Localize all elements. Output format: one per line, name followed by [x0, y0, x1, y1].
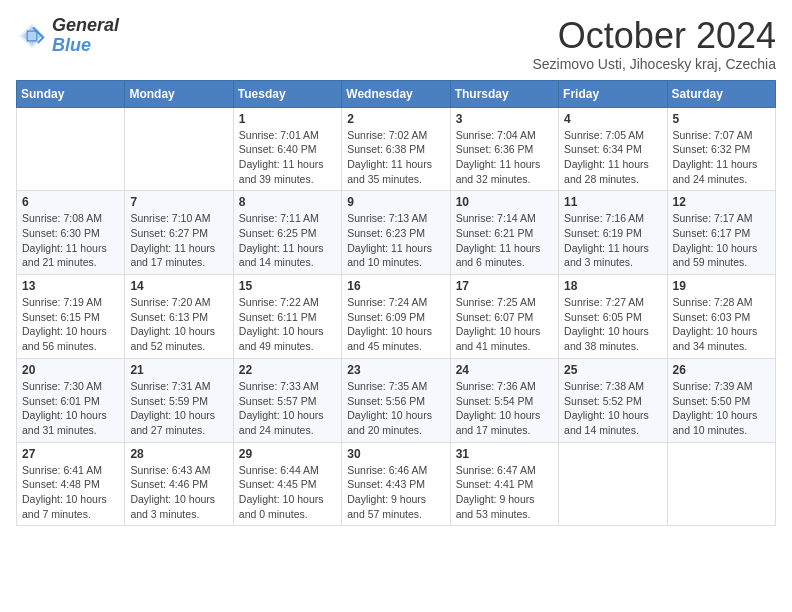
calendar-cell: 12Sunrise: 7:17 AM Sunset: 6:17 PM Dayli…: [667, 191, 775, 275]
day-number: 17: [456, 279, 553, 293]
day-info: Sunrise: 7:35 AM Sunset: 5:56 PM Dayligh…: [347, 379, 444, 438]
calendar-cell: 10Sunrise: 7:14 AM Sunset: 6:21 PM Dayli…: [450, 191, 558, 275]
calendar-cell: 19Sunrise: 7:28 AM Sunset: 6:03 PM Dayli…: [667, 275, 775, 359]
day-number: 26: [673, 363, 770, 377]
day-number: 8: [239, 195, 336, 209]
day-info: Sunrise: 7:05 AM Sunset: 6:34 PM Dayligh…: [564, 128, 661, 187]
day-info: Sunrise: 6:41 AM Sunset: 4:48 PM Dayligh…: [22, 463, 119, 522]
weekday-header-tuesday: Tuesday: [233, 80, 341, 107]
calendar-cell: 17Sunrise: 7:25 AM Sunset: 6:07 PM Dayli…: [450, 275, 558, 359]
day-info: Sunrise: 7:07 AM Sunset: 6:32 PM Dayligh…: [673, 128, 770, 187]
calendar-cell: 13Sunrise: 7:19 AM Sunset: 6:15 PM Dayli…: [17, 275, 125, 359]
calendar-cell: 18Sunrise: 7:27 AM Sunset: 6:05 PM Dayli…: [559, 275, 667, 359]
calendar-cell: 14Sunrise: 7:20 AM Sunset: 6:13 PM Dayli…: [125, 275, 233, 359]
calendar-cell: 3Sunrise: 7:04 AM Sunset: 6:36 PM Daylig…: [450, 107, 558, 191]
day-number: 7: [130, 195, 227, 209]
day-info: Sunrise: 7:08 AM Sunset: 6:30 PM Dayligh…: [22, 211, 119, 270]
day-info: Sunrise: 7:22 AM Sunset: 6:11 PM Dayligh…: [239, 295, 336, 354]
day-number: 10: [456, 195, 553, 209]
calendar-cell: [559, 442, 667, 526]
day-number: 21: [130, 363, 227, 377]
day-number: 16: [347, 279, 444, 293]
day-info: Sunrise: 7:25 AM Sunset: 6:07 PM Dayligh…: [456, 295, 553, 354]
logo: General Blue: [16, 16, 119, 56]
day-number: 29: [239, 447, 336, 461]
day-number: 5: [673, 112, 770, 126]
day-number: 4: [564, 112, 661, 126]
calendar-cell: 22Sunrise: 7:33 AM Sunset: 5:57 PM Dayli…: [233, 358, 341, 442]
calendar-cell: [17, 107, 125, 191]
day-info: Sunrise: 7:27 AM Sunset: 6:05 PM Dayligh…: [564, 295, 661, 354]
day-number: 9: [347, 195, 444, 209]
month-title: October 2024: [532, 16, 776, 56]
day-number: 30: [347, 447, 444, 461]
day-number: 23: [347, 363, 444, 377]
calendar-cell: [667, 442, 775, 526]
title-block: October 2024 Sezimovo Usti, Jihocesky kr…: [532, 16, 776, 72]
day-info: Sunrise: 7:01 AM Sunset: 6:40 PM Dayligh…: [239, 128, 336, 187]
weekday-header-friday: Friday: [559, 80, 667, 107]
calendar-cell: 15Sunrise: 7:22 AM Sunset: 6:11 PM Dayli…: [233, 275, 341, 359]
calendar-cell: 7Sunrise: 7:10 AM Sunset: 6:27 PM Daylig…: [125, 191, 233, 275]
page-header: General Blue October 2024 Sezimovo Usti,…: [16, 16, 776, 72]
weekday-header-sunday: Sunday: [17, 80, 125, 107]
day-number: 1: [239, 112, 336, 126]
day-info: Sunrise: 7:13 AM Sunset: 6:23 PM Dayligh…: [347, 211, 444, 270]
day-number: 13: [22, 279, 119, 293]
calendar-cell: 28Sunrise: 6:43 AM Sunset: 4:46 PM Dayli…: [125, 442, 233, 526]
logo-general: General: [52, 16, 119, 36]
day-number: 20: [22, 363, 119, 377]
calendar-cell: 23Sunrise: 7:35 AM Sunset: 5:56 PM Dayli…: [342, 358, 450, 442]
day-info: Sunrise: 7:04 AM Sunset: 6:36 PM Dayligh…: [456, 128, 553, 187]
day-number: 19: [673, 279, 770, 293]
day-info: Sunrise: 7:30 AM Sunset: 6:01 PM Dayligh…: [22, 379, 119, 438]
day-number: 28: [130, 447, 227, 461]
week-row-3: 13Sunrise: 7:19 AM Sunset: 6:15 PM Dayli…: [17, 275, 776, 359]
day-info: Sunrise: 6:43 AM Sunset: 4:46 PM Dayligh…: [130, 463, 227, 522]
day-info: Sunrise: 7:39 AM Sunset: 5:50 PM Dayligh…: [673, 379, 770, 438]
calendar-cell: 2Sunrise: 7:02 AM Sunset: 6:38 PM Daylig…: [342, 107, 450, 191]
day-info: Sunrise: 7:31 AM Sunset: 5:59 PM Dayligh…: [130, 379, 227, 438]
calendar-cell: 20Sunrise: 7:30 AM Sunset: 6:01 PM Dayli…: [17, 358, 125, 442]
day-info: Sunrise: 7:11 AM Sunset: 6:25 PM Dayligh…: [239, 211, 336, 270]
weekday-header-thursday: Thursday: [450, 80, 558, 107]
day-info: Sunrise: 7:10 AM Sunset: 6:27 PM Dayligh…: [130, 211, 227, 270]
calendar-cell: 26Sunrise: 7:39 AM Sunset: 5:50 PM Dayli…: [667, 358, 775, 442]
weekday-header-monday: Monday: [125, 80, 233, 107]
calendar-cell: 31Sunrise: 6:47 AM Sunset: 4:41 PM Dayli…: [450, 442, 558, 526]
calendar-cell: 1Sunrise: 7:01 AM Sunset: 6:40 PM Daylig…: [233, 107, 341, 191]
calendar-cell: [125, 107, 233, 191]
day-number: 27: [22, 447, 119, 461]
day-info: Sunrise: 6:44 AM Sunset: 4:45 PM Dayligh…: [239, 463, 336, 522]
location-subtitle: Sezimovo Usti, Jihocesky kraj, Czechia: [532, 56, 776, 72]
day-number: 3: [456, 112, 553, 126]
calendar-table: SundayMondayTuesdayWednesdayThursdayFrid…: [16, 80, 776, 527]
day-info: Sunrise: 7:24 AM Sunset: 6:09 PM Dayligh…: [347, 295, 444, 354]
day-info: Sunrise: 7:33 AM Sunset: 5:57 PM Dayligh…: [239, 379, 336, 438]
calendar-cell: 6Sunrise: 7:08 AM Sunset: 6:30 PM Daylig…: [17, 191, 125, 275]
day-number: 18: [564, 279, 661, 293]
logo-icon: [16, 20, 48, 52]
day-number: 11: [564, 195, 661, 209]
day-info: Sunrise: 7:19 AM Sunset: 6:15 PM Dayligh…: [22, 295, 119, 354]
calendar-cell: 11Sunrise: 7:16 AM Sunset: 6:19 PM Dayli…: [559, 191, 667, 275]
day-info: Sunrise: 7:20 AM Sunset: 6:13 PM Dayligh…: [130, 295, 227, 354]
weekday-header-saturday: Saturday: [667, 80, 775, 107]
week-row-2: 6Sunrise: 7:08 AM Sunset: 6:30 PM Daylig…: [17, 191, 776, 275]
day-info: Sunrise: 7:38 AM Sunset: 5:52 PM Dayligh…: [564, 379, 661, 438]
calendar-cell: 4Sunrise: 7:05 AM Sunset: 6:34 PM Daylig…: [559, 107, 667, 191]
weekday-header-wednesday: Wednesday: [342, 80, 450, 107]
week-row-5: 27Sunrise: 6:41 AM Sunset: 4:48 PM Dayli…: [17, 442, 776, 526]
day-info: Sunrise: 7:28 AM Sunset: 6:03 PM Dayligh…: [673, 295, 770, 354]
calendar-cell: 30Sunrise: 6:46 AM Sunset: 4:43 PM Dayli…: [342, 442, 450, 526]
calendar-cell: 25Sunrise: 7:38 AM Sunset: 5:52 PM Dayli…: [559, 358, 667, 442]
day-number: 15: [239, 279, 336, 293]
day-info: Sunrise: 7:02 AM Sunset: 6:38 PM Dayligh…: [347, 128, 444, 187]
calendar-cell: 16Sunrise: 7:24 AM Sunset: 6:09 PM Dayli…: [342, 275, 450, 359]
week-row-1: 1Sunrise: 7:01 AM Sunset: 6:40 PM Daylig…: [17, 107, 776, 191]
week-row-4: 20Sunrise: 7:30 AM Sunset: 6:01 PM Dayli…: [17, 358, 776, 442]
day-info: Sunrise: 6:46 AM Sunset: 4:43 PM Dayligh…: [347, 463, 444, 522]
calendar-cell: 8Sunrise: 7:11 AM Sunset: 6:25 PM Daylig…: [233, 191, 341, 275]
logo-blue: Blue: [52, 35, 91, 55]
calendar-cell: 21Sunrise: 7:31 AM Sunset: 5:59 PM Dayli…: [125, 358, 233, 442]
